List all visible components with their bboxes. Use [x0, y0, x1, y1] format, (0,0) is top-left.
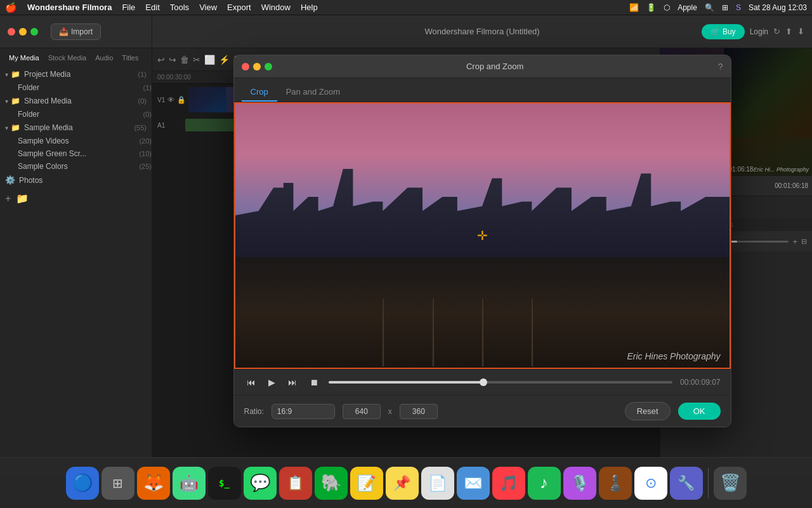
width-input[interactable]: 640 [343, 404, 381, 419]
dock-trash[interactable]: 🗑️ [714, 467, 747, 500]
siri-icon[interactable]: S [736, 3, 741, 12]
play-button[interactable]: ▶ [266, 376, 278, 389]
share-button[interactable]: ⬆ [785, 27, 792, 36]
photos-item[interactable]: ⚙️ Photos [0, 173, 152, 187]
bluetooth-icon[interactable]: ⬡ [664, 3, 670, 12]
project-media-label: Project Media [24, 70, 136, 79]
dialog-tabs: Crop Pan and Zoom [234, 78, 731, 102]
control-center-icon[interactable]: ⊞ [722, 3, 728, 12]
ratio-select[interactable]: 16:9 4:3 1:1 9:16 Custom [272, 404, 335, 419]
datetime: Sat 28 Aug 12:03 [749, 3, 807, 12]
dialog-minimize-button[interactable] [253, 63, 261, 70]
ok-button[interactable]: OK [678, 403, 721, 420]
refresh-button[interactable]: ↻ [773, 27, 780, 36]
dock-android-studio[interactable]: 🤖 [173, 467, 206, 500]
shared-media-group: ▾ 📁 Shared Media (0) Folder (0) [0, 94, 152, 121]
dialog-title: Crop and Zoom [272, 62, 718, 71]
shared-folder-label: Folder [18, 110, 141, 119]
center-toolbar: Wondershare Filmora (Untitled) 🛒 Buy Log… [152, 15, 812, 48]
dialog-tab-crop[interactable]: Crop [242, 83, 277, 102]
sample-videos-count: (20) [139, 137, 152, 145]
tab-audio[interactable]: Audio [91, 52, 117, 64]
dock-separator [708, 468, 709, 498]
sample-media-group: ▾ 📁 Sample Media (55) Sample Videos (20)… [0, 121, 152, 173]
folder-icon-2: 📁 [11, 97, 20, 105]
import-button[interactable]: 📥 Import [51, 23, 101, 40]
dock-chrome[interactable]: ⊙ [634, 467, 667, 500]
ratio-label: Ratio: [244, 407, 264, 416]
sample-green-item[interactable]: Sample Green Scr... (10) [0, 147, 152, 160]
window-menu[interactable]: Window [261, 3, 291, 12]
close-button[interactable] [8, 28, 15, 36]
height-input[interactable]: 360 [400, 404, 438, 419]
dock-music[interactable]: 🎵 [492, 467, 525, 500]
dock-doc[interactable]: 📄 [421, 467, 454, 500]
reset-button[interactable]: Reset [625, 402, 671, 420]
dock-evernote[interactable]: 🐘 [315, 467, 348, 500]
shared-media-folder[interactable]: Folder (0) [0, 108, 152, 121]
dock-notes[interactable]: 📝 [350, 467, 383, 500]
battery-icon[interactable]: 🔋 [646, 3, 656, 12]
edit-menu[interactable]: Edit [145, 3, 159, 12]
dock-chess[interactable]: ♟️ [599, 467, 632, 500]
prev-frame-button[interactable]: ⏮ [244, 376, 258, 389]
tools-menu[interactable]: Tools [170, 3, 189, 12]
sidebar-tabs: My Media Stock Media Audio Titles [0, 48, 152, 67]
sample-colors-item[interactable]: Sample Colors (25) [0, 160, 152, 173]
maximize-button[interactable] [30, 28, 38, 36]
dialog-maximize-button[interactable] [265, 63, 272, 70]
view-menu[interactable]: View [199, 3, 217, 12]
app-name-menu[interactable]: Wondershare Filmora [27, 3, 112, 12]
stop-button[interactable]: ⏹ [307, 376, 321, 389]
sidebar: 📥 Import My Media Stock Media Audio Titl… [0, 15, 152, 475]
dialog-close-button[interactable] [242, 63, 249, 70]
export-menu[interactable]: Export [227, 3, 251, 12]
download-button[interactable]: ⬇ [797, 27, 804, 36]
apple-id[interactable]: Apple [678, 3, 697, 12]
search-icon[interactable]: 🔍 [705, 3, 714, 12]
photos-gear-icon: ⚙️ [5, 175, 15, 185]
file-menu[interactable]: File [122, 3, 135, 12]
project-media-folder[interactable]: Folder (1) [0, 81, 152, 94]
dialog-tab-pan-zoom[interactable]: Pan and Zoom [277, 83, 349, 102]
folder-icon-3: 📁 [11, 123, 20, 132]
add-media-button[interactable]: + [5, 192, 11, 204]
app-toolbar: 📥 Import [0, 15, 152, 48]
dock-spotify[interactable]: ♪ [528, 467, 561, 500]
help-menu[interactable]: Help [301, 3, 318, 12]
sample-media-header[interactable]: ▾ 📁 Sample Media (55) [0, 121, 152, 135]
collapse-icon-3: ▾ [5, 124, 8, 131]
tab-my-media[interactable]: My Media [5, 52, 43, 64]
create-folder-button[interactable]: 📁 [16, 192, 29, 204]
buy-button[interactable]: 🛒 Buy [702, 24, 745, 39]
project-folder-label: Folder [18, 83, 141, 92]
dock-mail[interactable]: ✉️ [457, 467, 490, 500]
tab-stock-media[interactable]: Stock Media [44, 52, 91, 64]
dock-launchpad[interactable]: ⊞ [102, 467, 134, 500]
dock-better-zip[interactable]: 🔧 [670, 467, 703, 500]
dock-finder[interactable]: 🔵 [66, 467, 99, 500]
sample-videos-label: Sample Videos [18, 137, 136, 145]
dock-whatsapp[interactable]: 💬 [244, 467, 277, 500]
sample-videos-item[interactable]: Sample Videos (20) [0, 135, 152, 147]
tab-titles[interactable]: Titles [118, 52, 142, 64]
dialog-help-button[interactable]: ? [718, 62, 723, 72]
dock-firefox[interactable]: 🦊 [137, 467, 170, 500]
project-media-header[interactable]: ▾ 📁 Project Media (1) [0, 67, 152, 81]
next-frame-button[interactable]: ⏭ [285, 376, 299, 389]
dialog-preview-area: ✛ Eric Hines Photography [234, 102, 731, 369]
dock-tasks[interactable]: 📋 [279, 467, 312, 500]
dock-stickies[interactable]: 📌 [386, 467, 419, 500]
dimension-separator: x [388, 407, 392, 416]
dock-terminal[interactable]: $_ [208, 467, 241, 500]
window-controls [8, 28, 38, 36]
dialog-window-controls [242, 63, 272, 70]
shared-media-header[interactable]: ▾ 📁 Shared Media (0) [0, 94, 152, 108]
dock-podcasts[interactable]: 🎙️ [563, 467, 596, 500]
minimize-button[interactable] [19, 28, 27, 36]
dialog-playback-controls: ⏮ ▶ ⏭ ⏹ 00:00:09:07 [234, 369, 731, 395]
apple-menu[interactable]: 🍎 [5, 2, 17, 13]
playback-progress[interactable] [329, 381, 673, 384]
wifi-icon[interactable]: 📶 [629, 3, 639, 12]
login-button[interactable]: Login [750, 27, 768, 36]
